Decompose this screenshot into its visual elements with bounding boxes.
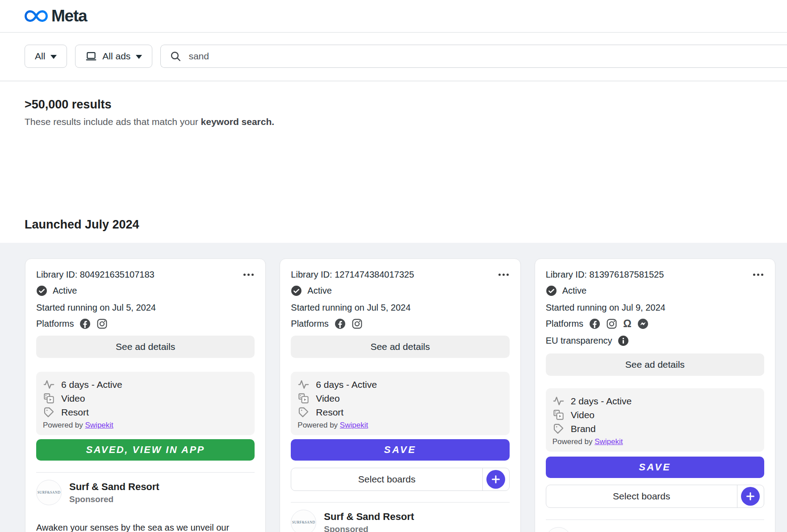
ad-card: Library ID: 813976187581525 Active Start… bbox=[535, 258, 775, 532]
started-running-text: Started running on Jul 5, 2024 bbox=[291, 302, 509, 313]
platforms-label: Platforms bbox=[36, 318, 74, 329]
tag-icon bbox=[553, 423, 565, 435]
ad-category: Resort bbox=[316, 405, 343, 419]
advertiser-row: SURF&SAND Surf & Sand Resort Sponsored bbox=[291, 510, 509, 532]
sponsored-label: Sponsored bbox=[69, 495, 159, 504]
instagram-icon bbox=[352, 318, 363, 329]
active-check-icon bbox=[36, 285, 47, 296]
status-label: Active bbox=[562, 285, 586, 296]
divider bbox=[291, 502, 509, 503]
ad-duration: 6 days - Active bbox=[316, 378, 377, 391]
powered-by-text: Powered by Swipekit bbox=[297, 421, 502, 430]
audience-network-icon: Ω bbox=[623, 318, 631, 329]
scope-filter-label: All bbox=[35, 51, 45, 62]
status-label: Active bbox=[307, 285, 331, 296]
search-toolbar: All All ads bbox=[0, 33, 787, 81]
search-box[interactable] bbox=[160, 45, 787, 68]
tag-icon bbox=[297, 406, 310, 418]
started-running-text: Started running on Jul 9, 2024 bbox=[546, 302, 764, 313]
status-label: Active bbox=[53, 285, 77, 296]
facebook-icon bbox=[589, 318, 600, 329]
ad-type-filter-label: All ads bbox=[102, 51, 130, 62]
powered-by-text: Powered by Swipekit bbox=[43, 421, 248, 430]
meta-logo[interactable]: Meta bbox=[25, 7, 87, 25]
more-options-button[interactable] bbox=[498, 271, 510, 278]
ad-format: Video bbox=[61, 391, 85, 405]
library-id: Library ID: 1271474384017325 bbox=[291, 269, 414, 280]
chevron-down-icon bbox=[50, 55, 57, 59]
section-heading: Launched July 2024 bbox=[0, 217, 787, 243]
advertiser-name[interactable]: Surf & Sand Resort bbox=[324, 511, 414, 523]
platforms-label: Platforms bbox=[546, 318, 583, 329]
swipekit-link[interactable]: Swipekit bbox=[85, 421, 113, 429]
select-boards-control: Select boards bbox=[546, 485, 764, 508]
results-description-bold: keyword search. bbox=[201, 116, 275, 127]
select-boards-button[interactable]: Select boards bbox=[291, 468, 482, 490]
more-options-button[interactable] bbox=[752, 271, 764, 278]
info-icon[interactable] bbox=[618, 335, 629, 346]
swipekit-link[interactable]: Swipekit bbox=[340, 421, 368, 429]
scope-filter-button[interactable]: All bbox=[25, 45, 67, 68]
pulse-icon bbox=[553, 395, 565, 407]
see-ad-details-button[interactable]: See ad details bbox=[291, 336, 509, 358]
advertiser-avatar: SURF&SAND bbox=[291, 510, 316, 532]
results-count: >50,000 results bbox=[25, 97, 762, 112]
meta-logo-text: Meta bbox=[51, 7, 87, 25]
save-button[interactable]: SAVED, VIEW IN APP bbox=[36, 439, 255, 461]
ad-duration: 6 days - Active bbox=[61, 378, 122, 391]
facebook-icon bbox=[80, 318, 91, 329]
advertiser-avatar: SURF&SAND bbox=[36, 480, 62, 505]
ad-card: Library ID: 804921635107183 Active Start… bbox=[25, 258, 266, 532]
ad-format: Video bbox=[571, 408, 594, 422]
swipekit-meta-box: 6 days - Active Video Resort Powered by … bbox=[36, 372, 255, 435]
top-navigation-bar: Meta bbox=[0, 0, 787, 33]
save-button[interactable]: SAVE bbox=[291, 439, 509, 461]
search-icon bbox=[170, 50, 181, 62]
ad-primary-text: Awaken your senses by the sea as we unve… bbox=[36, 521, 255, 532]
instagram-icon bbox=[606, 318, 617, 329]
select-boards-button[interactable]: Select boards bbox=[546, 485, 737, 507]
started-running-text: Started running on Jul 5, 2024 bbox=[36, 302, 255, 313]
pulse-icon bbox=[297, 378, 310, 391]
video-icon bbox=[553, 409, 565, 421]
add-board-button[interactable] bbox=[486, 470, 505, 489]
eu-transparency-label: EU transparency bbox=[546, 335, 612, 346]
video-icon bbox=[297, 392, 310, 404]
active-check-icon bbox=[291, 285, 302, 296]
facebook-icon bbox=[335, 318, 346, 329]
ad-category: Brand bbox=[571, 422, 596, 436]
select-boards-control: Select boards bbox=[291, 468, 509, 491]
advertiser-row: SURF&SAND Surf & Sand Resort Sponsored bbox=[36, 480, 255, 505]
swipekit-link[interactable]: Swipekit bbox=[594, 437, 623, 446]
advertiser-row: Sand & Fire NL bbox=[546, 527, 764, 532]
meta-infinity-icon bbox=[25, 10, 48, 22]
see-ad-details-button[interactable]: See ad details bbox=[36, 336, 255, 358]
divider bbox=[36, 472, 255, 473]
swipekit-meta-box: 6 days - Active Video Resort Powered by … bbox=[291, 372, 509, 435]
instagram-icon bbox=[96, 318, 108, 329]
library-id: Library ID: 804921635107183 bbox=[36, 269, 155, 280]
ad-format: Video bbox=[316, 391, 339, 405]
results-section: Library ID: 804921635107183 Active Start… bbox=[0, 243, 787, 532]
advertiser-name[interactable]: Surf & Sand Resort bbox=[69, 481, 159, 493]
sponsored-label: Sponsored bbox=[324, 524, 414, 532]
ad-duration: 2 days - Active bbox=[571, 394, 632, 408]
add-board-button[interactable] bbox=[741, 487, 760, 506]
messenger-icon bbox=[637, 318, 649, 329]
see-ad-details-button[interactable]: See ad details bbox=[546, 353, 764, 376]
advertiser-avatar bbox=[546, 527, 571, 532]
ad-type-filter-button[interactable]: All ads bbox=[75, 45, 152, 68]
platforms-label: Platforms bbox=[291, 318, 328, 329]
search-input[interactable] bbox=[188, 51, 782, 62]
swipekit-meta-box: 2 days - Active Video Brand Powered by S… bbox=[546, 388, 764, 452]
save-button[interactable]: SAVE bbox=[546, 457, 764, 478]
powered-by-text: Powered by Swipekit bbox=[553, 437, 758, 446]
divider bbox=[546, 520, 764, 520]
tag-icon bbox=[43, 406, 55, 418]
results-description: These results include ads that match you… bbox=[25, 116, 762, 128]
ad-card: Library ID: 1271474384017325 Active Star… bbox=[280, 258, 520, 532]
more-options-button[interactable] bbox=[243, 271, 255, 278]
results-summary: >50,000 results These results include ad… bbox=[0, 81, 787, 128]
active-check-icon bbox=[546, 285, 557, 296]
video-icon bbox=[43, 392, 55, 404]
